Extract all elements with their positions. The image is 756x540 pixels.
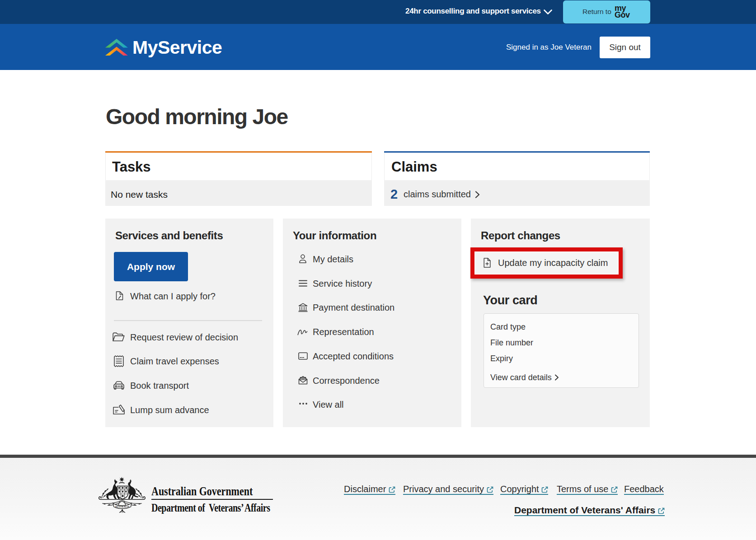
- svg-text:AUSTRALIA: AUSTRALIA: [115, 505, 130, 508]
